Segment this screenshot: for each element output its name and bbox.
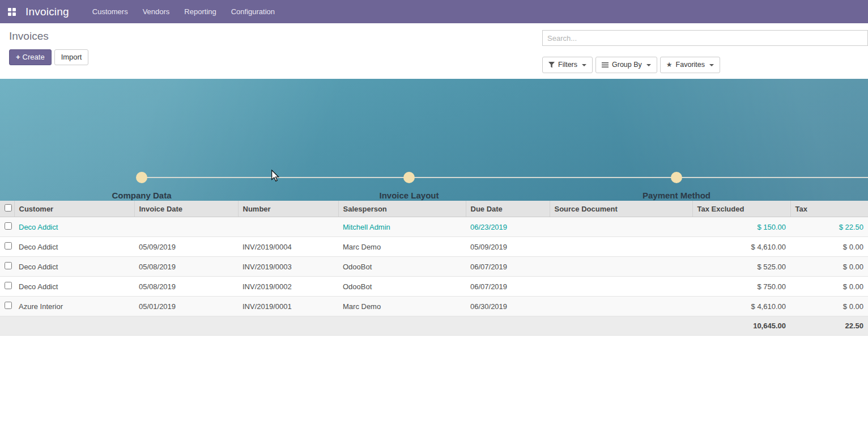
cell-source-document	[550, 237, 692, 257]
cell-number: INV/2019/0004	[238, 237, 338, 257]
cell-tax-excluded: $ 525.00	[692, 257, 790, 277]
row-checkbox[interactable]	[5, 282, 12, 289]
onboarding-step-company-data: Company Data Set your company's data for…	[48, 191, 235, 201]
step-title: Payment Method	[583, 191, 770, 200]
col-header-due-date[interactable]: Due Date	[466, 201, 550, 217]
totals-row: 10,645.00 22.50	[0, 316, 868, 336]
table-row[interactable]: Deco Addict 05/09/2019 INV/2019/0004 Mar…	[0, 237, 868, 257]
nav-item-reporting[interactable]: Reporting	[177, 0, 223, 23]
onboarding-step-invoice-layout: Invoice Layout Customize the look of you…	[316, 191, 503, 201]
cell-source-document	[550, 297, 692, 316]
row-checkbox[interactable]	[5, 222, 12, 230]
step-dot-company-data	[136, 172, 147, 183]
table-row[interactable]: Deco Addict Mitchell Admin 06/23/2019 $ …	[0, 217, 868, 237]
filters-label: Filters	[558, 61, 577, 69]
cell-due-date: 05/09/2019	[466, 237, 550, 257]
col-header-tax-excluded[interactable]: Tax Excluded	[692, 201, 790, 217]
cell-salesperson: Marc Demo	[338, 237, 466, 257]
cell-number	[238, 217, 338, 237]
cell-invoice-date: 05/09/2019	[134, 237, 238, 257]
cell-number: INV/2019/0002	[238, 277, 338, 297]
cell-due-date: 06/07/2019	[466, 257, 550, 277]
search-input[interactable]	[542, 30, 868, 46]
nav-item-customers[interactable]: Customers	[85, 0, 135, 23]
cell-due-date: 06/30/2019	[466, 297, 550, 316]
app-name[interactable]: Invoicing	[25, 6, 69, 18]
group-by-icon	[602, 62, 609, 68]
table-row[interactable]: Azure Interior 05/01/2019 INV/2019/0001 …	[0, 297, 868, 316]
apps-menu-icon[interactable]	[0, 0, 23, 23]
cell-tax-excluded: $ 750.00	[692, 277, 790, 297]
group-by-label: Group By	[612, 61, 642, 69]
star-icon: ★	[666, 61, 673, 69]
total-tax: 22.50	[790, 316, 868, 336]
row-checkbox[interactable]	[5, 262, 12, 269]
cell-tax-excluded: $ 4,610.00	[692, 237, 790, 257]
create-button-label: Create	[23, 53, 45, 61]
chevron-down-icon	[709, 64, 714, 66]
step-dot-payment-method	[671, 172, 682, 183]
step-title: Company Data	[48, 191, 235, 200]
invoice-list: Customer Invoice Date Number Salesperson…	[0, 201, 868, 336]
total-tax-excluded: 10,645.00	[692, 316, 790, 336]
row-checkbox[interactable]	[5, 302, 12, 309]
chevron-down-icon	[582, 64, 586, 66]
cell-tax: $ 0.00	[790, 297, 868, 316]
create-button[interactable]: +Create	[9, 49, 52, 65]
filter-funnel-icon	[548, 62, 555, 68]
cell-number: INV/2019/0003	[238, 257, 338, 277]
cell-tax: $ 0.00	[790, 277, 868, 297]
cell-tax-excluded: $ 4,610.00	[692, 297, 790, 316]
cell-due-date: 06/07/2019	[466, 277, 550, 297]
cell-tax: $ 22.50	[790, 217, 868, 237]
cell-source-document	[550, 257, 692, 277]
import-button[interactable]: Import	[54, 49, 89, 65]
cell-number: INV/2019/0001	[238, 297, 338, 316]
col-header-customer[interactable]: Customer	[14, 201, 134, 217]
chevron-down-icon	[646, 64, 651, 66]
step-title: Invoice Layout	[316, 191, 503, 200]
cell-customer[interactable]: Deco Addict	[14, 217, 134, 237]
table-row[interactable]: Deco Addict 05/08/2019 INV/2019/0002 Odo…	[0, 277, 868, 297]
cell-source-document	[550, 277, 692, 297]
col-header-number[interactable]: Number	[238, 201, 338, 217]
table-row[interactable]: Deco Addict 05/08/2019 INV/2019/0003 Odo…	[0, 257, 868, 277]
cell-customer: Deco Addict	[14, 277, 134, 297]
cell-salesperson: OdooBot	[338, 277, 466, 297]
page-title: Invoices	[9, 30, 88, 43]
nav-menu: Customers Vendors Reporting Configuratio…	[85, 0, 282, 23]
step-dot-invoice-layout	[403, 172, 415, 183]
cell-source-document	[550, 217, 692, 237]
col-header-salesperson[interactable]: Salesperson	[338, 201, 466, 217]
cell-tax: $ 0.00	[790, 237, 868, 257]
cell-invoice-date: 05/08/2019	[134, 257, 238, 277]
favorites-button[interactable]: ★ Favorites	[660, 57, 720, 73]
col-header-source-document[interactable]: Source Document	[550, 201, 692, 217]
cell-customer: Azure Interior	[14, 297, 134, 316]
list-header-row: Customer Invoice Date Number Salesperson…	[0, 201, 868, 217]
cell-salesperson[interactable]: Mitchell Admin	[338, 217, 466, 237]
nav-item-configuration[interactable]: Configuration	[224, 0, 282, 23]
control-panel: Invoices +Create Import Filters Group By…	[0, 23, 868, 74]
row-checkbox[interactable]	[5, 242, 12, 250]
group-by-button[interactable]: Group By	[595, 57, 657, 73]
cell-customer: Deco Addict	[14, 257, 134, 277]
col-header-invoice-date[interactable]: Invoice Date	[134, 201, 238, 217]
onboarding-progress-line	[142, 177, 868, 178]
cell-due-date: 06/23/2019	[466, 217, 550, 237]
cell-salesperson: Marc Demo	[338, 297, 466, 316]
select-all-checkbox[interactable]	[5, 204, 12, 212]
favorites-label: Favorites	[676, 61, 705, 69]
plus-icon: +	[16, 53, 20, 61]
cell-invoice-date	[134, 217, 238, 237]
cell-customer: Deco Addict	[14, 237, 134, 257]
col-header-tax[interactable]: Tax	[790, 201, 868, 217]
cell-salesperson: OdooBot	[338, 257, 466, 277]
nav-item-vendors[interactable]: Vendors	[135, 0, 177, 23]
filters-button[interactable]: Filters	[542, 57, 593, 73]
cell-invoice-date: 05/08/2019	[134, 277, 238, 297]
onboarding-step-payment-method: Payment Method Configure your payment me…	[583, 191, 770, 201]
cell-tax: $ 0.00	[790, 257, 868, 277]
top-nav: Invoicing Customers Vendors Reporting Co…	[0, 0, 868, 23]
grid-icon	[8, 8, 16, 16]
